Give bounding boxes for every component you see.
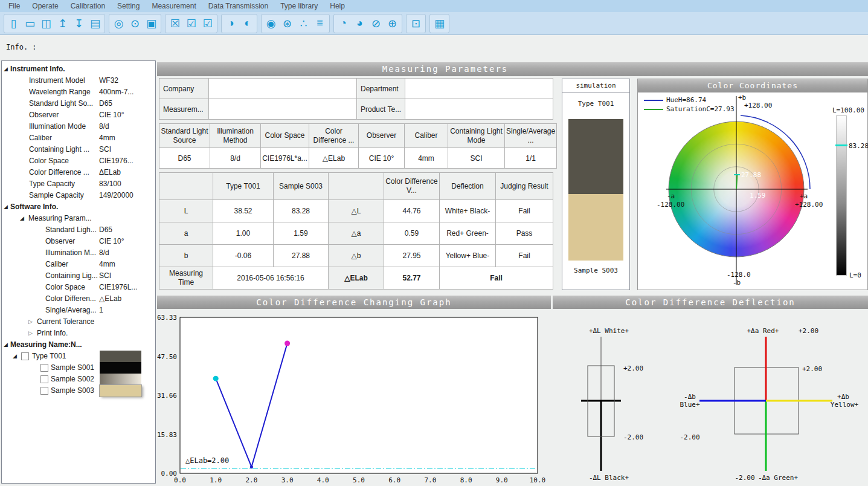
dab-minus-bottom-label: -2.00 xyxy=(735,474,754,482)
tree-item[interactable]: Containing Light ...SCI xyxy=(2,144,155,155)
export-data-icon[interactable]: ↧ xyxy=(71,15,87,31)
menu-data-transmission[interactable]: Data Transmission xyxy=(202,1,274,12)
wheel-overlay xyxy=(638,92,867,290)
measurer-input[interactable] xyxy=(210,101,355,118)
param-value-cell: CIE1976L*a... xyxy=(261,148,309,169)
company-label: Company xyxy=(159,79,209,99)
tree-item[interactable]: Wavelength Range400nm-7... xyxy=(2,86,155,98)
delete-icon[interactable]: ☒ xyxy=(167,15,183,31)
tree-measuring-params[interactable]: ◢Measuring Param... xyxy=(2,213,155,224)
result-cell: 1.00 xyxy=(213,222,274,245)
sample-data-point[interactable] xyxy=(285,341,290,346)
tree-label: Illumination M... xyxy=(45,247,96,259)
plus-circle-icon[interactable]: ⊕ xyxy=(384,15,400,31)
tree-label: Print Info. xyxy=(37,328,68,339)
menu-measurement[interactable]: Measurement xyxy=(146,1,202,12)
collapsed-arrow-icon[interactable]: ▷ xyxy=(28,316,33,328)
tree-item[interactable]: Standard Ligh...D65 xyxy=(2,224,155,236)
color-points-icon[interactable]: ∴ xyxy=(295,15,312,31)
tree-type-t001[interactable]: ◢Type T001 xyxy=(2,351,155,362)
tree-item[interactable]: Color SpaceCIE1976L... xyxy=(2,282,155,293)
db-minus-label-1: -Δb xyxy=(684,393,696,401)
collapsed-arrow-icon[interactable]: ▷ xyxy=(28,328,33,339)
x-tick-label: 1.0 xyxy=(210,476,222,484)
tree-value: 4mm xyxy=(99,132,115,144)
tolerance-icon[interactable]: ◔ xyxy=(335,15,352,31)
sample-data-point[interactable] xyxy=(213,376,219,381)
tree-section-instrument-info[interactable]: ◢Instrument Info. xyxy=(2,63,155,75)
tree-current-tolerance[interactable]: ▷Current Tolerance xyxy=(2,316,155,328)
tree-section-measuring-name[interactable]: ◢Measuring Name:N... xyxy=(2,339,155,351)
image-icon[interactable]: ▦ xyxy=(431,15,448,31)
add-sample-icon[interactable]: ▣ xyxy=(143,15,159,31)
search-icon[interactable]: ⊙ xyxy=(127,15,143,31)
tree-item[interactable]: Single/Averag...1 xyxy=(2,305,155,316)
sample-checkbox[interactable] xyxy=(40,387,48,395)
expanded-arrow-icon[interactable]: ◢ xyxy=(20,213,24,224)
menu-type-library[interactable]: Type library xyxy=(274,1,324,12)
data-list-icon[interactable]: ≡ xyxy=(312,15,328,31)
tree-item[interactable]: ObserverCIE 10° xyxy=(2,236,155,247)
tree-item[interactable]: Illumination M...8/d xyxy=(2,247,155,259)
expanded-arrow-icon[interactable]: ◢ xyxy=(13,351,17,362)
tree-item[interactable]: Type Capacity83/100 xyxy=(2,178,155,190)
sample-checkbox[interactable] xyxy=(40,364,48,372)
tree-sample-s003[interactable]: Sample S003 xyxy=(2,385,155,397)
sample-checkbox[interactable] xyxy=(21,352,29,360)
expanded-arrow-icon[interactable]: ◢ xyxy=(4,339,8,351)
open-file-icon[interactable]: ▭ xyxy=(22,15,38,31)
tree-item[interactable]: Color Differen...△ELab xyxy=(2,293,155,305)
param-value-cell: SCI xyxy=(448,148,505,169)
menu-operate[interactable]: Operate xyxy=(26,1,64,12)
row-label: a xyxy=(159,222,213,245)
slash-circle-icon[interactable]: ⊘ xyxy=(368,15,384,31)
company-cell xyxy=(209,79,357,99)
settings-icon[interactable]: ⊛ xyxy=(279,15,295,31)
new-file-icon[interactable]: ▯ xyxy=(5,15,22,31)
tree-item[interactable]: ObserverCIE 10° xyxy=(2,109,155,121)
deflection-header: Color Difference Deflection xyxy=(553,296,868,309)
tree-item[interactable]: Instrument ModelWF32 xyxy=(2,75,155,86)
import-data-icon[interactable]: ↥ xyxy=(54,15,71,31)
result-header-judging: Judging Result xyxy=(496,173,553,200)
menu-calibration[interactable]: Calibration xyxy=(65,1,111,12)
tree-item[interactable]: Caliber4mm xyxy=(2,259,155,270)
save-file-icon[interactable]: ◫ xyxy=(38,15,54,31)
tree-sample-s002[interactable]: Sample S002 xyxy=(2,374,155,385)
measuring-parameters-header: Measuring Parameters xyxy=(157,62,868,76)
white-calibration-icon[interactable]: ◐ xyxy=(239,15,256,31)
product-input[interactable] xyxy=(407,101,551,118)
result-header-type: Type T001 xyxy=(213,173,274,200)
sample-checkbox[interactable] xyxy=(40,375,48,383)
tree-item[interactable]: Standard Light So...D65 xyxy=(2,98,155,109)
standard-measure-icon[interactable]: ☑ xyxy=(183,15,199,31)
tree-item[interactable]: Illumination Mode8/d xyxy=(2,121,155,132)
tree-item[interactable]: Caliber4mm xyxy=(2,132,155,144)
menu-setting[interactable]: Setting xyxy=(111,1,146,12)
disc-icon[interactable]: ◎ xyxy=(111,15,127,31)
menu-file[interactable]: File xyxy=(2,1,26,12)
tree-item[interactable]: Color SpaceCIE1976... xyxy=(2,155,155,167)
row-label: Measuring Time xyxy=(159,267,213,290)
result-header-deflection: Deflection xyxy=(440,173,496,200)
tree-print-info-[interactable]: ▷Print Info. xyxy=(2,328,155,339)
department-input[interactable] xyxy=(407,80,551,97)
print-icon[interactable]: ▤ xyxy=(87,15,103,31)
sample-measure-icon[interactable]: ☑ xyxy=(199,15,216,31)
sample-data-point[interactable] xyxy=(250,465,253,468)
display-icon[interactable]: ⊡ xyxy=(408,15,424,31)
expanded-arrow-icon[interactable]: ◢ xyxy=(4,201,8,213)
tree-label: Observer xyxy=(29,109,59,121)
tree-section-software-info[interactable]: ◢Software Info. xyxy=(2,201,155,213)
tree-item[interactable]: Containing Lig...SCI xyxy=(2,270,155,282)
tree-item[interactable]: Sample Capacity149/20000 xyxy=(2,190,155,201)
tree-item[interactable]: Color Difference ...ΔELab xyxy=(2,167,155,178)
expanded-arrow-icon[interactable]: ◢ xyxy=(4,63,8,75)
tree-sample-s001[interactable]: Sample S001 xyxy=(2,362,155,374)
info-circle-icon[interactable]: ◉ xyxy=(263,15,279,31)
black-calibration-icon[interactable]: ◑ xyxy=(223,15,239,31)
pie-icon[interactable]: ◕ xyxy=(352,15,368,31)
b-axis-max-value: +128.00 xyxy=(744,102,772,109)
menu-help[interactable]: Help xyxy=(324,1,351,12)
company-input[interactable] xyxy=(210,80,355,97)
